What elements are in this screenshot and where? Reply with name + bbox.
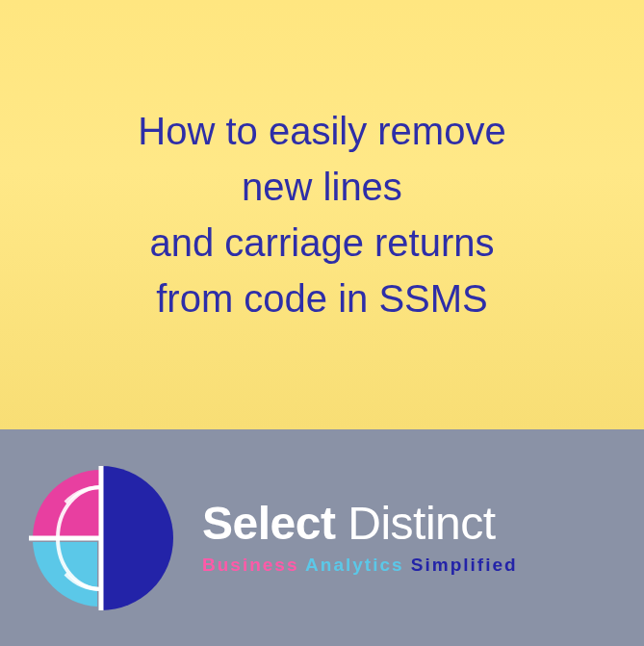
headline-line-1: How to easily remove xyxy=(138,110,505,152)
headline-text: How to easily remove new lines and carri… xyxy=(138,103,505,326)
headline-line-3: and carriage returns xyxy=(150,221,495,264)
tagline-word-2: Analytics xyxy=(305,555,403,575)
promo-card: How to easily remove new lines and carri… xyxy=(0,0,644,646)
brand-name-light: Distinct xyxy=(348,498,495,549)
tagline-word-1: Business xyxy=(202,555,298,575)
brand-logo-icon xyxy=(29,466,173,610)
brand-text-block: Select Distinct Business Analytics Simpl… xyxy=(202,501,518,576)
headline-line-2: new lines xyxy=(242,166,402,208)
tagline-word-3: Simplified xyxy=(411,555,518,575)
brand-tagline: Business Analytics Simplified xyxy=(202,555,518,576)
brand-name: Select Distinct xyxy=(202,501,518,547)
brand-name-bold: Select xyxy=(202,498,335,549)
brand-footer: Select Distinct Business Analytics Simpl… xyxy=(0,429,644,646)
headline-line-4: from code in SSMS xyxy=(156,277,488,320)
headline-section: How to easily remove new lines and carri… xyxy=(0,0,644,429)
